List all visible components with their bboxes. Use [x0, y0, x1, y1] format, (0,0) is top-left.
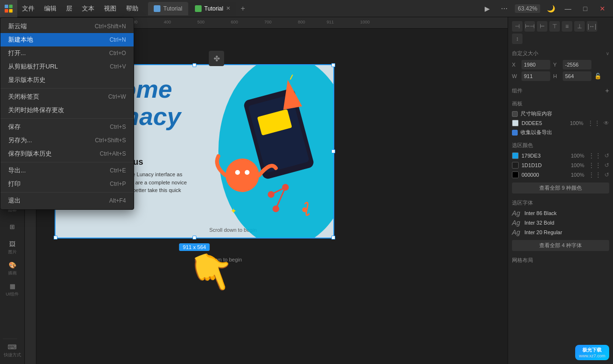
menu-help[interactable]: 帮助: [121, 0, 143, 17]
menu-version-history[interactable]: 显示版本历史: [0, 73, 134, 87]
export-label: 收集以备导出: [521, 129, 552, 136]
menu-text[interactable]: 文本: [77, 0, 99, 17]
menu-open-url[interactable]: 从剪贴板打开URL Ctrl+V: [0, 60, 134, 73]
export-checkbox[interactable]: [512, 130, 518, 136]
artboard-title: 画板: [512, 100, 609, 107]
apps-button[interactable]: ⋯: [498, 2, 511, 15]
font-info-1: Inter 32 Bold: [524, 220, 554, 226]
color-reset-0[interactable]: ↺: [604, 152, 609, 159]
bg-eye-icon[interactable]: 👁: [603, 120, 609, 126]
hand-cursor: 👇: [182, 243, 243, 302]
component-title: 组件 +: [512, 87, 609, 94]
h-input[interactable]: [563, 71, 591, 81]
menu-autosave[interactable]: 关闭时始终保存更改: [0, 103, 134, 117]
menu-quit[interactable]: 退出 Alt+F4: [0, 194, 134, 207]
watermark-line2: www.xz7.com: [579, 353, 605, 358]
menu-layer[interactable]: 层: [61, 0, 77, 17]
h-label: H: [553, 73, 560, 79]
distribute-h-btn[interactable]: |↔|: [587, 21, 597, 32]
color-reset-2[interactable]: ↺: [604, 171, 609, 178]
app-logo[interactable]: [0, 0, 17, 17]
divider-3: [0, 162, 134, 162]
align-bottom-btn[interactable]: ⊥: [574, 21, 585, 32]
ruler-tick-500: 500: [197, 20, 204, 24]
ruler-tick-600: 600: [231, 20, 238, 24]
image-label: 图片: [8, 249, 17, 255]
save-as-shortcut: Ctrl+Shift+S: [95, 137, 126, 144]
bg-color-hex: D0DEE5: [522, 120, 567, 126]
bg-swatch[interactable]: [512, 120, 519, 126]
ui-component-tool[interactable]: ▦ UI组件: [3, 280, 22, 299]
color-options-2[interactable]: ⋮⋮: [588, 171, 602, 179]
font-row-0: Ag Inter 86 Black: [512, 209, 609, 217]
image-tool2[interactable]: 🖼 图片: [3, 238, 22, 257]
grid-snap-tool[interactable]: ⊞: [3, 217, 22, 236]
align-right-btn[interactable]: ⊢: [537, 21, 547, 32]
watermark-line1: 极光下载: [582, 347, 602, 353]
fit-content-checkbox[interactable]: [512, 111, 518, 117]
menu-save[interactable]: 保存 Ctrl+S: [0, 120, 134, 134]
color-options-0[interactable]: ⋮⋮: [588, 152, 602, 159]
color-swatch-1[interactable]: [512, 162, 519, 169]
open-shortcut: Ctrl+O: [109, 50, 126, 57]
maximize-button[interactable]: □: [579, 2, 592, 15]
menu-open[interactable]: 打开... Ctrl+O: [0, 46, 134, 60]
bg-color-opacity: 100%: [570, 120, 584, 126]
print-shortcut: Ctrl+P: [110, 181, 126, 187]
new-cloud-label: 新云端: [8, 22, 95, 31]
version-history-label: 显示版本历史: [8, 76, 126, 84]
view-colors-button[interactable]: 查看全部 9 种颜色: [512, 182, 609, 193]
bg-color-row: D0DEE5 100% ⋮⋮ 👁: [512, 119, 609, 127]
add-component-btn[interactable]: +: [605, 87, 609, 94]
menu-close-tab[interactable]: 关闭标签页 Ctrl+W: [0, 90, 134, 103]
ruler-tick-1000: 1000: [360, 20, 370, 24]
menu-edit[interactable]: 编辑: [39, 0, 61, 17]
menu-print[interactable]: 打印 Ctrl+P: [0, 177, 134, 191]
size-dropdown[interactable]: ∨: [606, 51, 609, 56]
moon-button[interactable]: 🌙: [544, 2, 557, 15]
menu-new-local[interactable]: 新建本地 Ctrl+N: [0, 33, 134, 46]
view-fonts-button[interactable]: 查看全部 4 种字体: [512, 240, 609, 251]
svg-point-17: [302, 207, 307, 212]
tab-add-button[interactable]: +: [237, 3, 249, 14]
snap-icon[interactable]: ✤: [209, 51, 224, 66]
color-swatch-2[interactable]: [512, 171, 519, 178]
play-button[interactable]: ▶: [480, 2, 494, 15]
font-row-1: Ag Inter 32 Bold: [512, 219, 609, 227]
menu-new-cloud[interactable]: 新云端 Ctrl+Shift+N: [0, 20, 134, 33]
color-options-1[interactable]: ⋮⋮: [588, 161, 602, 169]
close-button[interactable]: ✕: [596, 2, 609, 15]
color-swatch-0[interactable]: [512, 152, 519, 159]
y-input[interactable]: [563, 60, 591, 69]
align-top-btn[interactable]: ⊤: [549, 21, 560, 32]
x-input[interactable]: [522, 60, 550, 69]
tab-tutorial-1[interactable]: Tutorial: [148, 2, 188, 15]
menu-save-version[interactable]: 保存到版本历史 Ctrl+Alt+S: [0, 147, 134, 160]
size-section: 自定义大小 ∨ X Y W H 🔓: [512, 50, 609, 81]
menu-export[interactable]: 导出... Ctrl+E: [0, 164, 134, 177]
divider-2: [0, 118, 134, 119]
new-cloud-shortcut: Ctrl+Shift+N: [95, 23, 126, 30]
minimize-button[interactable]: —: [561, 2, 575, 15]
dropdown-menu: 新云端 Ctrl+Shift+N 新建本地 Ctrl+N 打开... Ctrl+…: [0, 17, 134, 210]
menu-view[interactable]: 视图: [99, 0, 121, 17]
illustration-tool[interactable]: 🎨 插画: [3, 259, 22, 278]
export-shortcut: Ctrl+E: [110, 167, 126, 174]
shortcut-tool[interactable]: ⌨ 快捷方式: [3, 341, 22, 360]
color-hex-0: 179DE3: [522, 153, 568, 159]
align-left-btn[interactable]: ⊣: [512, 21, 522, 32]
w-input[interactable]: [522, 71, 550, 81]
fonts-title: 选区字体: [512, 199, 609, 206]
align-center-h-btn[interactable]: ⊢⊣: [524, 21, 535, 32]
tab-tutorial-2[interactable]: Tutorial ✕: [189, 2, 237, 15]
menu-file[interactable]: 文件: [17, 0, 39, 17]
dropdown-overlay: 新云端 Ctrl+Shift+N 新建本地 Ctrl+N 打开... Ctrl+…: [0, 17, 134, 210]
distribute-v-btn[interactable]: ↕: [512, 34, 522, 44]
zoom-display[interactable]: 63.42%: [515, 4, 540, 13]
align-center-v-btn[interactable]: ≡: [562, 21, 572, 32]
tab-close-2[interactable]: ✕: [226, 5, 230, 11]
color-reset-1[interactable]: ↺: [604, 162, 609, 169]
lock-ratio-btn[interactable]: 🔓: [594, 73, 602, 80]
bg-color-options[interactable]: ⋮⋮: [587, 119, 601, 127]
menu-save-as[interactable]: 另存为... Ctrl+Shift+S: [0, 134, 134, 147]
